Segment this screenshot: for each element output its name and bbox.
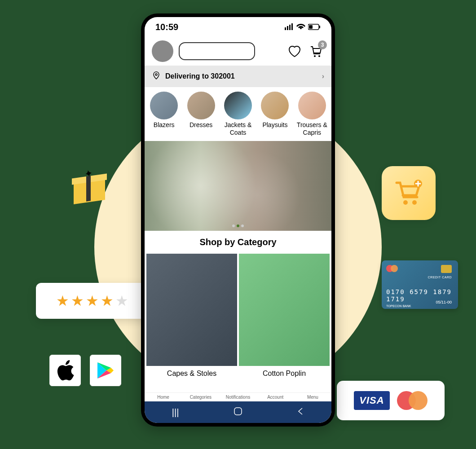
system-nav: |||	[145, 401, 331, 423]
star-icon: ★	[56, 292, 69, 309]
avatar[interactable]	[152, 40, 173, 62]
svg-point-10	[314, 55, 316, 57]
shop-item[interactable]: Cotton Poplin	[239, 254, 330, 381]
wifi-icon	[296, 22, 305, 32]
svg-rect-8	[309, 25, 313, 29]
svg-rect-6	[291, 23, 293, 30]
star-icon: ★	[86, 292, 99, 309]
phone-screen: 10:59 3	[145, 17, 331, 423]
shop-grid: Capes & Stoles Cotton Poplin	[145, 254, 331, 381]
shop-label: Cotton Poplin	[239, 366, 330, 381]
location-pin-icon	[152, 71, 161, 82]
category-image	[261, 92, 289, 119]
category-label: Playsuits	[262, 121, 287, 129]
back-button[interactable]	[297, 407, 304, 418]
category-label: Jackets & Coats	[220, 121, 256, 136]
star-icon: ★	[71, 292, 84, 309]
nav-tab-account[interactable]: Account	[257, 395, 294, 400]
add-to-cart-icon	[382, 166, 436, 220]
status-time: 10:59	[155, 22, 178, 32]
star-icon: ★	[101, 292, 114, 309]
svg-point-1	[412, 200, 417, 205]
signal-icon	[285, 22, 294, 32]
section-title: Shop by Category	[145, 231, 331, 254]
category-scroll[interactable]: Blazers Dresses Jackets & Coats Playsuit…	[145, 87, 331, 141]
svg-rect-13	[234, 408, 242, 415]
category-image	[187, 92, 215, 119]
home-button[interactable]	[234, 407, 242, 418]
bottom-nav: Home Categories Notifications Account Me…	[145, 392, 331, 401]
credit-card-illustration: CREDIT CARD 0170 6579 1879 1719 TOPECON …	[382, 260, 458, 309]
payment-methods-card: VISA	[337, 381, 445, 420]
category-label: Dresses	[190, 121, 212, 129]
svg-rect-9	[319, 26, 320, 28]
nav-tab-categories[interactable]: Categories	[182, 395, 219, 400]
category-image	[224, 92, 252, 119]
category-item[interactable]: Jackets & Coats	[220, 92, 256, 136]
nav-tab-home[interactable]: Home	[145, 395, 182, 400]
cart-button[interactable]: 3	[308, 43, 324, 59]
shop-item[interactable]: Capes & Stoles	[146, 254, 237, 381]
cc-expiry: 05/11-00	[436, 300, 452, 304]
shop-label: Capes & Stoles	[146, 366, 237, 381]
svg-point-0	[403, 200, 408, 205]
rating-card: ★ ★ ★ ★ ★	[36, 283, 148, 319]
svg-rect-4	[287, 26, 288, 30]
category-image	[150, 92, 178, 119]
category-image	[298, 92, 326, 119]
battery-icon	[308, 22, 321, 32]
chevron-right-icon: ›	[322, 72, 324, 80]
category-item[interactable]: Blazers	[146, 92, 181, 136]
cc-label: CREDIT CARD	[428, 276, 452, 279]
category-item[interactable]: Dresses	[183, 92, 218, 136]
recents-button[interactable]: |||	[172, 407, 179, 418]
hero-banner[interactable]	[145, 141, 331, 231]
category-item[interactable]: Trousers & Capris	[295, 92, 330, 136]
app-header: 3	[145, 37, 331, 66]
nav-tab-menu[interactable]: Menu	[294, 395, 331, 400]
cart-badge: 3	[318, 40, 327, 49]
svg-point-12	[155, 74, 157, 75]
nav-tab-notifications[interactable]: Notifications	[219, 395, 256, 400]
visa-logo: VISA	[354, 391, 389, 410]
svg-point-11	[318, 55, 320, 57]
delivery-label: Delivering to 302001	[165, 72, 235, 80]
phone-frame: 10:59 3	[141, 13, 335, 427]
gift-icon: ✦	[72, 166, 108, 202]
carousel-dots	[232, 224, 244, 227]
search-input[interactable]	[179, 42, 255, 60]
mastercard-logo	[397, 391, 428, 410]
category-item[interactable]: Playsuits	[257, 92, 292, 136]
svg-rect-3	[285, 27, 286, 30]
star-empty-icon: ★	[115, 292, 128, 309]
wishlist-button[interactable]	[286, 43, 303, 59]
shop-image	[239, 254, 330, 366]
play-store-icon	[90, 355, 121, 386]
delivery-bar[interactable]: Delivering to 302001 ›	[145, 66, 331, 87]
category-label: Trousers & Capris	[295, 121, 330, 136]
apple-store-icon	[49, 355, 81, 386]
cc-bank: TOPECON BANK	[386, 304, 454, 308]
svg-rect-5	[289, 25, 291, 30]
category-label: Blazers	[154, 121, 175, 129]
shop-image	[146, 254, 237, 366]
status-bar: 10:59	[145, 17, 331, 37]
